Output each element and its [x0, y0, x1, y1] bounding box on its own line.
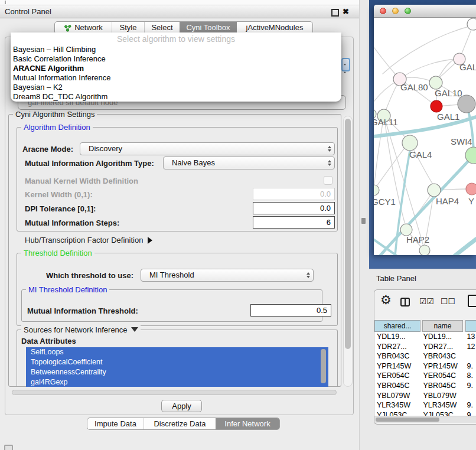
attribute-item-selected[interactable]: SelfLoops: [26, 347, 328, 357]
table-cell: YPR145W: [374, 361, 420, 371]
network-node[interactable]: [431, 100, 442, 112]
network-node-label: HAP4: [436, 196, 459, 206]
mi-steps-label: Mutual Information Steps:: [25, 219, 119, 227]
mi-algorithm-type-combobox[interactable]: Naive Bayes: [163, 156, 335, 169]
unchecked-boxes-icon[interactable]: ☐☐: [441, 296, 455, 306]
table-row[interactable]: YPR145WYPR145W9.: [374, 361, 476, 371]
algorithm-option[interactable]: Mutual Information Inference: [12, 73, 338, 83]
data-attributes-label: Data Attributes: [21, 337, 76, 345]
tab-network[interactable]: Network: [55, 22, 112, 34]
tab-cyni-toolbox-label: Cyni Toolbox: [186, 22, 230, 34]
close-panel-icon[interactable]: ✖: [343, 5, 349, 18]
algorithm-option[interactable]: Bayesian – Hill Climbing: [12, 45, 338, 54]
settings-vertical-scrollbar-thumb[interactable]: [345, 119, 351, 349]
dpi-tolerance-field[interactable]: 0.0: [253, 202, 335, 214]
network-node[interactable]: [467, 18, 476, 30]
network-node[interactable]: [466, 183, 476, 195]
aracne-mode-combobox[interactable]: Discovery: [80, 142, 335, 155]
table-panel: Table Panel ⚙ ☑☑ ☐☐ shared... name YDL19…: [369, 269, 476, 450]
divider-handle-icon[interactable]: [361, 218, 366, 224]
algorithm-option[interactable]: Dream8 DC_TDC Algorithm: [12, 92, 338, 102]
table-cell: 9.: [463, 410, 476, 416]
network-node-label: GAL80: [400, 82, 428, 92]
document-icon[interactable]: [468, 295, 476, 307]
gear-icon[interactable]: ⚙: [380, 294, 392, 306]
network-graph[interactable]: GALGAL80GAL10GAL1GAL11SWI4GAL4GCY1HAP4YH…: [374, 18, 476, 255]
tab-infer-network[interactable]: Infer Network: [216, 418, 279, 429]
network-node[interactable]: [429, 76, 442, 89]
attribute-item-selected[interactable]: gal4RGexp: [26, 377, 328, 387]
network-window-titlebar[interactable]: [374, 5, 476, 18]
tab-cyni-toolbox[interactable]: Cyni Toolbox: [180, 22, 237, 34]
mi-algorithm-type-label: Mutual Information Algorithm Type:: [25, 159, 154, 168]
table-cell: YJL053C: [374, 410, 420, 416]
table-horizontal-scrollbar-thumb[interactable]: [376, 418, 439, 422]
kernel-width-field[interactable]: 0.0: [253, 188, 335, 200]
algorithm-option[interactable]: Basic Correlation Inference: [12, 54, 338, 64]
mi-steps-field[interactable]: 6: [253, 216, 335, 229]
column-header-shared[interactable]: shared...: [374, 320, 420, 332]
tab-discretize-data[interactable]: Discretize Data: [144, 418, 216, 429]
attributes-list-scrollbar[interactable]: [321, 349, 326, 383]
zoom-window-icon[interactable]: [405, 8, 411, 14]
tab-select-label: Select: [151, 22, 172, 34]
table-row[interactable]: YBL079WYBL079W: [374, 391, 476, 401]
expanded-arrow-icon: [131, 327, 138, 332]
checked-boxes-icon[interactable]: ☑☑: [419, 296, 434, 306]
split-panel-icon[interactable]: [400, 298, 410, 306]
docked-panel-icon[interactable]: [4, 445, 13, 450]
apply-button[interactable]: Apply: [161, 400, 202, 412]
network-edge: [440, 239, 476, 255]
table-cell: YDR27...: [420, 342, 463, 352]
algorithm-option[interactable]: Bayesian – K2: [12, 83, 338, 92]
tab-impute-data[interactable]: Impute Data: [87, 418, 144, 429]
network-node[interactable]: [428, 184, 441, 197]
network-node[interactable]: [374, 185, 379, 195]
network-node[interactable]: [400, 224, 412, 236]
table-cell: YER054C: [420, 371, 463, 381]
table-row[interactable]: YBR043CYBR043C: [374, 351, 476, 361]
table-cell: YBL079W: [374, 391, 420, 401]
table-cell: 9.: [463, 381, 476, 391]
settings-horizontal-scrollbar[interactable]: [9, 389, 341, 396]
tab-select[interactable]: Select: [144, 22, 180, 34]
cyni-settings-group-title: Cyni Algorithm Settings: [13, 110, 97, 119]
table-cell: 13: [463, 332, 476, 342]
aracne-mode-label: Aracne Mode:: [22, 145, 73, 154]
bottom-tabbar: Impute Data Discretize Data Infer Networ…: [87, 418, 280, 430]
table-row[interactable]: YLR345WYLR345W9.: [374, 400, 476, 410]
which-threshold-combobox[interactable]: MI Threshold: [141, 269, 314, 282]
attribute-item-selected[interactable]: TopologicalCoefficient: [26, 357, 328, 367]
close-window-icon[interactable]: [380, 8, 386, 14]
table-row[interactable]: YER054CYER054C8.: [374, 371, 476, 381]
table-row[interactable]: YJL053CYJL053C9.: [374, 410, 476, 416]
panel-divider[interactable]: [359, 0, 369, 450]
network-node[interactable]: [402, 135, 418, 151]
settings-vertical-scrollbar[interactable]: [343, 116, 353, 387]
table-horizontal-scrollbar[interactable]: [374, 416, 476, 423]
attribute-item-selected[interactable]: BetweennessCentrality: [26, 367, 328, 377]
column-header-name[interactable]: name: [422, 320, 463, 332]
tab-jactivemnodules[interactable]: jActiveMNodules: [237, 22, 312, 34]
network-node-label: GAL: [459, 62, 476, 72]
table-row[interactable]: YDR27...YDR27...12: [374, 342, 476, 352]
algorithm-combobox-stepper[interactable]: [341, 58, 350, 71]
network-node[interactable]: [419, 245, 430, 255]
hub-definition-expander[interactable]: Hub/Transcription Factor Definition: [25, 236, 152, 244]
manual-kernel-width-checkbox[interactable]: [324, 176, 332, 185]
mi-threshold-label: Mutual Information Threshold:: [27, 306, 138, 315]
threshold-definition-title: Threshold Definition: [21, 249, 94, 257]
network-canvas[interactable]: GALGAL80GAL10GAL1GAL11SWI4GAL4GCY1HAP4YH…: [374, 18, 476, 255]
sources-group-title[interactable]: Sources for Network Inference: [21, 325, 141, 334]
mi-threshold-field[interactable]: 0.5: [250, 304, 331, 317]
table-cell: YDR27...: [374, 342, 420, 352]
algorithm-option-selected[interactable]: ARACNE Algorithm: [12, 64, 338, 73]
float-panel-icon[interactable]: [331, 9, 339, 17]
network-node-label: GAL1: [437, 112, 459, 122]
table-row[interactable]: YBR045CYBR045C9.: [374, 381, 476, 391]
column-header-clipped[interactable]: [465, 320, 476, 332]
table-row[interactable]: YDL19...YDL19...13: [374, 332, 476, 342]
minimize-window-icon[interactable]: [392, 8, 399, 14]
settings-horizontal-scrollbar-thumb[interactable]: [12, 390, 337, 395]
tab-style[interactable]: Style: [112, 22, 144, 34]
